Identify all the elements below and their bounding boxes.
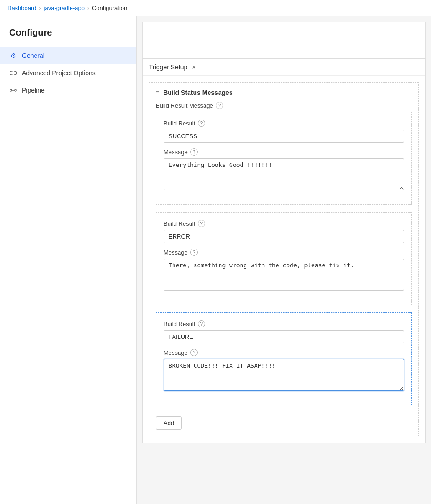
sidebar-item-advanced-label: Advanced Project Options [22,69,96,77]
sidebar-item-pipeline-label: Pipeline [22,87,45,94]
menu-lines-icon: ≡ [156,89,159,96]
sidebar-item-general[interactable]: ⚙ General [0,47,136,64]
breadcrumb-config: Configuration [92,5,127,11]
build-result-card-1: Build Result ? Message ? Everyth [156,112,412,205]
svg-point-1 [15,89,16,91]
build-result-label-3: Build Result ? [164,320,404,327]
layout: Configure ⚙ General Advanced Project Opt… [0,16,431,504]
sidebar-item-general-label: General [22,52,45,59]
trigger-setup-section: Trigger Setup ∧ ≡ Build Status Messages [142,58,426,443]
build-result-message-label: Build Result Message ? [156,102,412,109]
message-help-icon-3[interactable]: ? [190,349,198,356]
message-field-group-1: Message ? Everything Looks Good !!!!!!! [164,148,404,192]
build-result-input-1[interactable] [164,130,404,143]
breadcrumb: Dashboard › java-gradle-app › Configurat… [0,0,431,16]
build-result-label-1: Build Result ? [164,120,404,127]
build-result-input-3[interactable] [164,330,404,343]
message-help-icon-2[interactable]: ? [190,249,198,256]
message-help-icon-1[interactable]: ? [190,148,198,156]
sidebar-title: Configure [0,27,136,47]
trigger-setup-header[interactable]: Trigger Setup ∧ [143,59,425,76]
trigger-inner: ≡ Build Status Messages Build Result Mes… [143,76,425,443]
message-label-2: Message ? [164,249,404,256]
sidebar: Configure ⚙ General Advanced Project Opt… [0,16,137,504]
build-result-card-2: Build Result ? Message ? There; [156,212,412,305]
build-result-message-help-icon[interactable]: ? [216,102,223,109]
build-result-field-group-1: Build Result ? [164,120,404,143]
message-field-group-3: Message ? BROKEN CODE!!! FIX IT ASAP!!!! [164,349,404,392]
trigger-setup-label: Trigger Setup [149,63,187,71]
gear-icon: ⚙ [9,52,17,60]
sidebar-item-pipeline[interactable]: Pipeline [0,82,136,99]
message-textarea-1[interactable]: Everything Looks Good !!!!!!! [164,158,404,190]
breadcrumb-dashboard[interactable]: Dashboard [7,5,36,11]
build-result-input-2[interactable] [164,230,404,243]
build-status-messages-header: ≡ Build Status Messages [156,89,412,96]
build-result-help-icon-1[interactable]: ? [198,120,205,127]
main-content: Trigger Setup ∧ ≡ Build Status Messages [137,16,431,504]
build-result-field-group-3: Build Result ? [164,320,404,343]
build-result-card-3: Build Result ? Message ? BROKEN [156,312,412,405]
top-placeholder [142,22,426,58]
message-textarea-2[interactable]: There; something wrong with the code, pl… [164,259,404,291]
build-result-help-icon-2[interactable]: ? [198,220,205,227]
message-textarea-3[interactable]: BROKEN CODE!!! FIX IT ASAP!!!! [164,359,404,391]
breadcrumb-app[interactable]: java-gradle-app [44,5,85,11]
build-status-messages-label: Build Status Messages [163,89,233,96]
build-result-label-2: Build Result ? [164,220,404,227]
add-button[interactable]: Add [156,416,182,430]
trigger-setup-inner-box: ≡ Build Status Messages Build Result Mes… [149,82,419,436]
chevron-up-icon: ∧ [192,64,196,70]
breadcrumb-sep-2: › [87,5,89,11]
build-result-field-group-2: Build Result ? [164,220,404,243]
link-icon [9,69,17,77]
svg-point-0 [10,89,12,91]
message-label-1: Message ? [164,148,404,156]
breadcrumb-sep-1: › [39,5,41,11]
content-area: Trigger Setup ∧ ≡ Build Status Messages [137,58,431,451]
message-label-3: Message ? [164,349,404,356]
pipeline-icon [9,86,17,94]
sidebar-item-advanced[interactable]: Advanced Project Options [0,64,136,82]
build-result-help-icon-3[interactable]: ? [198,320,205,327]
message-field-group-2: Message ? There; something wrong with th… [164,249,404,292]
